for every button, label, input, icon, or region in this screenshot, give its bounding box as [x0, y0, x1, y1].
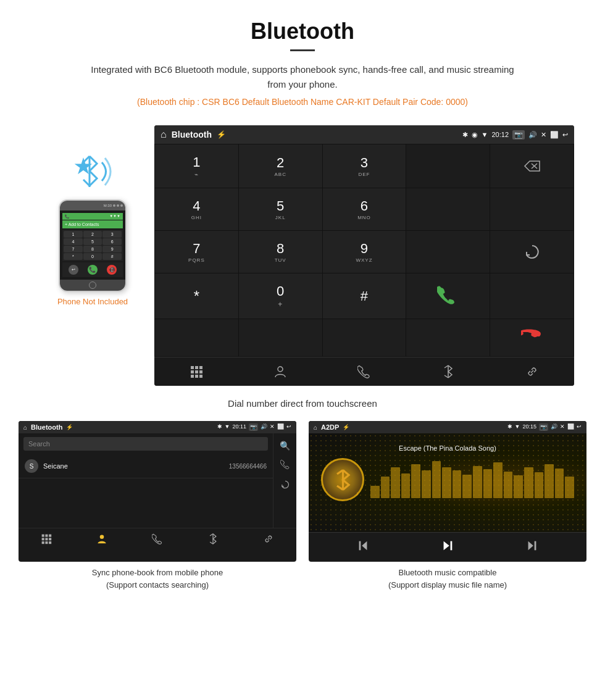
pb-usb-icon: ⚡ [66, 424, 73, 430]
pb-camera-icon[interactable]: 📷 [249, 423, 258, 431]
eq-bar [483, 469, 493, 498]
phone-screen: 📞▼▼▼ + Add to Contacts 1 2 3 4 5 6 7 8 9… [60, 210, 125, 280]
eq-bar [381, 477, 390, 498]
dial-spacer-5 [155, 319, 238, 356]
dial-key-6[interactable]: 6 MNO [323, 188, 406, 230]
dial-tab-calls[interactable] [322, 357, 406, 386]
svg-line-29 [210, 534, 213, 536]
bluetooth-symbol-icon: ★ [74, 155, 92, 178]
phone-key-4[interactable]: 4 [64, 238, 83, 245]
pb-tab-link[interactable] [241, 533, 296, 547]
phone-key-6[interactable]: 6 [102, 238, 122, 245]
pb-tab-phone[interactable] [130, 533, 185, 547]
page-title: Bluetooth [12, 19, 593, 44]
phonebook-search-placeholder: Search [28, 440, 50, 448]
dial-key-4[interactable]: 4 GHI [155, 188, 238, 230]
phone-key-3[interactable]: 3 [102, 231, 122, 238]
dial-window-icon[interactable]: ⬜ [550, 131, 559, 139]
phone-back-btn[interactable]: ↩ [69, 265, 78, 275]
pb-call-icon-btn[interactable] [277, 457, 293, 473]
phonebook-side-icons: 🔍 [273, 433, 296, 528]
play-pause-icon [441, 539, 454, 552]
dial-tab-contacts[interactable] [238, 357, 322, 386]
phone-end-btn[interactable]: 📵 [107, 265, 117, 275]
phone-key-1[interactable]: 1 [64, 231, 83, 238]
dial-key-hash[interactable]: # [323, 273, 406, 319]
eq-bar [391, 467, 400, 498]
music-volume-icon[interactable]: 🔊 [551, 423, 557, 431]
phone-call-btn[interactable]: 📞 [88, 265, 98, 275]
dial-key-3[interactable]: 3 DEF [323, 144, 406, 188]
dial-key-5[interactable]: 5 JKL [239, 188, 322, 230]
svg-line-17 [444, 375, 448, 378]
dial-home-icon[interactable]: ⌂ [161, 129, 167, 140]
music-title: A2DP [321, 423, 339, 431]
svg-marker-36 [362, 541, 367, 551]
music-song-title: Escape (The Pina Colada Song) [399, 440, 496, 452]
pb-tab-bluetooth[interactable] [185, 533, 241, 547]
music-close-icon[interactable]: ✕ [560, 423, 565, 431]
pb-back-icon[interactable]: ↩ [286, 423, 291, 431]
dial-key-0[interactable]: 0 + [239, 273, 322, 319]
phone-key-2[interactable]: 2 [83, 231, 102, 238]
pb-close-icon[interactable]: ✕ [270, 423, 275, 431]
dial-backspace-key[interactable] [490, 144, 574, 188]
svg-rect-39 [451, 541, 453, 551]
phone-not-included-label: Phone Not Included [57, 297, 128, 306]
music-time: 20:15 [522, 423, 536, 431]
music-play-pause-btn[interactable] [441, 539, 454, 556]
phonebook-search-bar[interactable]: Search [23, 437, 268, 451]
phonebook-status-right: ✱ ▼ 20:11 📷 🔊 ✕ ⬜ ↩ [217, 423, 291, 431]
dial-volume-icon[interactable]: 🔊 [528, 131, 537, 139]
pb-home-icon[interactable]: ⌂ [23, 424, 27, 431]
music-next-btn[interactable] [525, 539, 539, 556]
phonebook-status-bar: ⌂ Bluetooth ⚡ ✱ ▼ 20:11 📷 🔊 ✕ ⬜ ↩ [19, 421, 296, 433]
phone-key-5[interactable]: 5 [83, 238, 102, 245]
dial-camera-icon[interactable]: 📷 [512, 130, 525, 140]
dial-key-1[interactable]: 1 ⌁ [155, 144, 238, 188]
dial-key-star[interactable]: * [155, 273, 238, 319]
dial-refresh-key[interactable] [490, 231, 574, 273]
svg-rect-13 [199, 375, 202, 378]
music-camera-icon[interactable]: 📷 [539, 423, 548, 431]
eq-bar [473, 466, 482, 498]
phonebook-contact-row[interactable]: S Seicane 13566664466 [19, 454, 273, 478]
dial-tab-bar [154, 357, 574, 386]
pb-search-icon-btn[interactable]: 🔍 [277, 438, 293, 453]
dial-key-9[interactable]: 9 WXYZ [323, 231, 406, 273]
svg-rect-12 [195, 375, 198, 378]
dial-call-red-key[interactable] [490, 319, 574, 356]
phone-home-circle[interactable] [89, 281, 96, 289]
music-screen: ⌂ A2DP ⚡ ✱ ▼ 20:15 📷 🔊 ✕ ⬜ ↩ [309, 421, 586, 562]
music-window-icon[interactable]: ⬜ [567, 423, 574, 431]
dial-back-icon[interactable]: ↩ [562, 131, 568, 139]
music-back-icon[interactable]: ↩ [577, 423, 582, 431]
phone-key-0[interactable]: 0 [83, 253, 102, 260]
dial-call-green-key[interactable] [406, 273, 490, 319]
dial-key-7[interactable]: 7 PQRS [155, 231, 238, 273]
dial-tab-keypad[interactable] [154, 357, 238, 386]
phone-key-7[interactable]: 7 [64, 246, 83, 252]
dial-tab-link[interactable] [490, 357, 574, 386]
pb-title: Bluetooth [31, 423, 62, 431]
phone-dot-1 [113, 204, 115, 207]
music-prev-btn[interactable] [356, 539, 370, 556]
phone-key-8[interactable]: 8 [83, 246, 102, 252]
phone-key-9[interactable]: 9 [102, 246, 122, 252]
music-home-icon[interactable]: ⌂ [314, 424, 317, 431]
phone-key-star[interactable]: * [64, 253, 83, 260]
music-album-art: ♪ [321, 458, 364, 501]
pb-volume-icon[interactable]: 🔊 [261, 423, 267, 431]
pb-tab-person[interactable] [74, 533, 130, 547]
pb-window-icon[interactable]: ⬜ [277, 423, 284, 431]
music-screen-wrap: ⌂ A2DP ⚡ ✱ ▼ 20:15 📷 🔊 ✕ ⬜ ↩ [309, 421, 586, 593]
contact-number: 13566664466 [229, 463, 267, 470]
dial-key-2[interactable]: 2 ABC [239, 144, 322, 188]
phone-key-hash[interactable]: # [102, 253, 122, 260]
dial-tab-bluetooth[interactable] [406, 357, 490, 386]
pb-tab-keypad[interactable] [19, 533, 74, 547]
eq-bar [432, 461, 441, 498]
pb-refresh-icon-btn[interactable] [277, 477, 293, 494]
dial-key-8[interactable]: 8 TUV [239, 231, 322, 273]
dial-close-icon[interactable]: ✕ [541, 131, 546, 139]
